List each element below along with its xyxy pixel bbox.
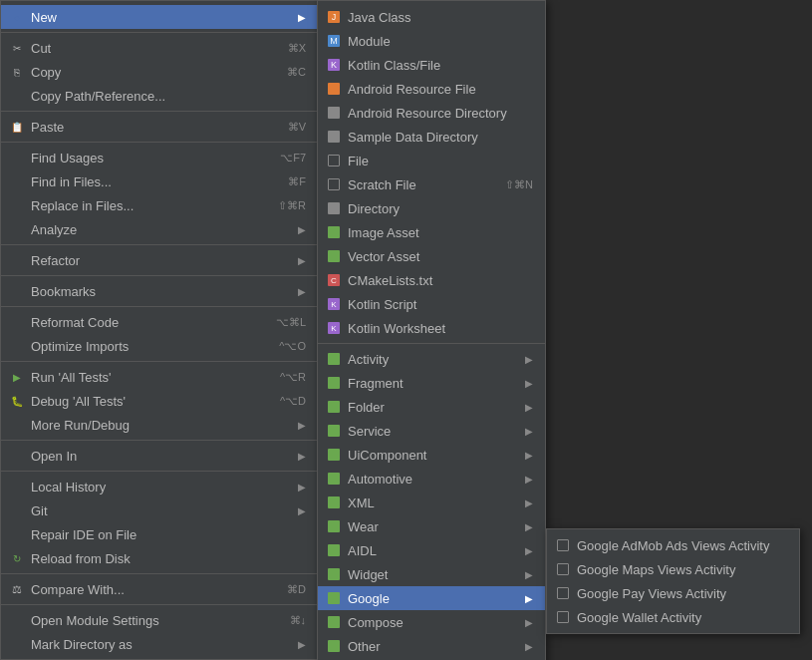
sample-icon	[326, 129, 342, 145]
menu2-item-wear[interactable]: Wear ▶	[318, 514, 545, 538]
menu2-item-android-res-dir[interactable]: Android Resource Directory	[318, 101, 545, 125]
separator	[1, 306, 318, 307]
menu-item-paste[interactable]: 📋 Paste ⌘V	[1, 115, 318, 139]
separator	[1, 142, 318, 143]
menu2-item-kotlin-script[interactable]: K Kotlin Script	[318, 292, 545, 316]
wear-icon	[326, 518, 342, 534]
google-icon	[326, 590, 342, 606]
menu2-item-activity[interactable]: Activity ▶	[318, 347, 545, 371]
reformat-icon	[9, 314, 25, 330]
folder-icon	[326, 399, 342, 415]
separator	[1, 604, 318, 605]
menu-item-reformat[interactable]: Reformat Code ⌥⌘L	[1, 310, 318, 334]
menu2-item-android-res-file[interactable]: Android Resource File	[318, 77, 545, 101]
menu-item-refactor[interactable]: Refactor ▶	[1, 248, 318, 272]
menu2-item-module[interactable]: M Module	[318, 29, 545, 53]
menu-item-run-all[interactable]: ▶ Run 'All Tests' ^⌥R	[1, 365, 318, 389]
menu3-item-admob[interactable]: Google AdMob Ads Views Activity	[547, 533, 799, 557]
menu3-item-pay[interactable]: Google Pay Views Activity	[547, 581, 799, 605]
menu-item-find-in-files[interactable]: Find in Files... ⌘F	[1, 169, 318, 193]
separator	[1, 244, 318, 245]
find-usages-icon	[9, 150, 25, 165]
separator	[1, 32, 318, 33]
more-run-icon	[9, 417, 25, 433]
separator	[318, 343, 545, 344]
menu2-item-aidl[interactable]: AIDL ▶	[318, 538, 545, 562]
menu-item-open-in[interactable]: Open In ▶	[1, 444, 318, 468]
menu-item-git[interactable]: Git ▶	[1, 498, 318, 522]
menu2-item-kotlin-worksheet[interactable]: K Kotlin Worksheet	[318, 316, 545, 340]
menu-item-cut[interactable]: ✂ Cut ⌘X	[1, 36, 318, 60]
analyze-icon	[9, 221, 25, 237]
cut-icon: ✂	[9, 40, 25, 56]
menu2-item-widget[interactable]: Widget ▶	[318, 562, 545, 586]
menu-item-optimize[interactable]: Optimize Imports ^⌥O	[1, 334, 318, 358]
service-icon	[326, 423, 342, 439]
context-menu-level3: Google AdMob Ads Views Activity Google M…	[546, 528, 800, 634]
menu2-item-google[interactable]: Google ▶	[318, 586, 545, 610]
java-icon: J	[326, 9, 342, 25]
menu-item-local-history[interactable]: Local History ▶	[1, 475, 318, 498]
repair-icon	[9, 526, 25, 542]
kotlin-icon: K	[326, 57, 342, 73]
menu2-item-directory[interactable]: Directory	[318, 196, 545, 220]
menu2-item-uicomponent[interactable]: UiComponent ▶	[318, 443, 545, 467]
menu-item-find-usages[interactable]: Find Usages ⌥F7	[1, 146, 318, 169]
refactor-icon	[9, 252, 25, 268]
cmake-icon: C	[326, 272, 342, 288]
menu2-item-automotive[interactable]: Automotive ▶	[318, 467, 545, 491]
local-history-icon	[9, 479, 25, 495]
menu2-item-kotlin-class[interactable]: K Kotlin Class/File	[318, 53, 545, 77]
widget-icon	[326, 566, 342, 582]
menu-item-reload[interactable]: ↻ Reload from Disk	[1, 546, 318, 570]
menu2-item-java-class[interactable]: J Java Class	[318, 5, 545, 29]
menu2-item-service[interactable]: Service ▶	[318, 419, 545, 443]
module-icon: M	[326, 33, 342, 49]
menu2-item-file[interactable]: File	[318, 149, 545, 172]
reload-icon: ↻	[9, 550, 25, 566]
git-icon	[9, 502, 25, 518]
activity-icon	[326, 351, 342, 367]
menu-item-mark-dir[interactable]: Mark Directory as ▶	[1, 632, 318, 656]
admob-icon	[555, 537, 571, 553]
file-icon	[326, 153, 342, 168]
image-icon	[326, 224, 342, 240]
menu2-item-image-asset[interactable]: Image Asset	[318, 220, 545, 244]
pay-icon	[555, 585, 571, 601]
maps-icon	[555, 561, 571, 577]
android-res-icon	[326, 81, 342, 97]
kotlin-ws-icon: K	[326, 320, 342, 336]
fragment-icon	[326, 375, 342, 391]
menu2-item-sample-data[interactable]: Sample Data Directory	[318, 125, 545, 149]
menu-item-open-module[interactable]: Open Module Settings ⌘↓	[1, 608, 318, 632]
separator	[1, 275, 318, 276]
menu-item-debug-all[interactable]: 🐛 Debug 'All Tests' ^⌥D	[1, 389, 318, 413]
menu-item-new[interactable]: ● New ▶	[1, 5, 318, 29]
menu2-item-cmake[interactable]: C CMakeLists.txt	[318, 268, 545, 292]
menu3-item-wallet[interactable]: Google Wallet Activity	[547, 605, 799, 629]
menu-item-more-run[interactable]: More Run/Debug ▶	[1, 413, 318, 437]
android-dir-icon	[326, 105, 342, 121]
menu2-item-xml[interactable]: XML ▶	[318, 491, 545, 514]
menu2-item-folder[interactable]: Folder ▶	[318, 395, 545, 419]
menu-item-analyze[interactable]: Analyze ▶	[1, 217, 318, 241]
scratch-icon	[326, 176, 342, 192]
menu2-item-other[interactable]: Other ▶	[318, 634, 545, 658]
menu-item-compare-with[interactable]: ⚖ Compare With... ⌘D	[1, 577, 318, 601]
menu2-item-fragment[interactable]: Fragment ▶	[318, 371, 545, 395]
menu3-item-maps[interactable]: Google Maps Views Activity	[547, 557, 799, 581]
xml-icon	[326, 495, 342, 510]
menu-item-repair-ide[interactable]: Repair IDE on File	[1, 522, 318, 546]
open-module-icon	[9, 612, 25, 628]
menu-item-replace-in-files[interactable]: Replace in Files... ⇧⌘R	[1, 193, 318, 217]
paste-icon: 📋	[9, 119, 25, 135]
menu-item-copy[interactable]: ⎘ Copy ⌘C	[1, 60, 318, 84]
copy-icon: ⎘	[9, 64, 25, 80]
menu-item-copy-path[interactable]: Copy Path/Reference...	[1, 84, 318, 108]
auto-icon	[326, 471, 342, 487]
menu2-item-vector-asset[interactable]: Vector Asset	[318, 244, 545, 268]
menu-item-bookmarks[interactable]: Bookmarks ▶	[1, 279, 318, 303]
menu2-item-compose[interactable]: Compose ▶	[318, 610, 545, 634]
menu2-item-scratch-file[interactable]: Scratch File ⇧⌘N	[318, 172, 545, 196]
compose-icon	[326, 614, 342, 630]
